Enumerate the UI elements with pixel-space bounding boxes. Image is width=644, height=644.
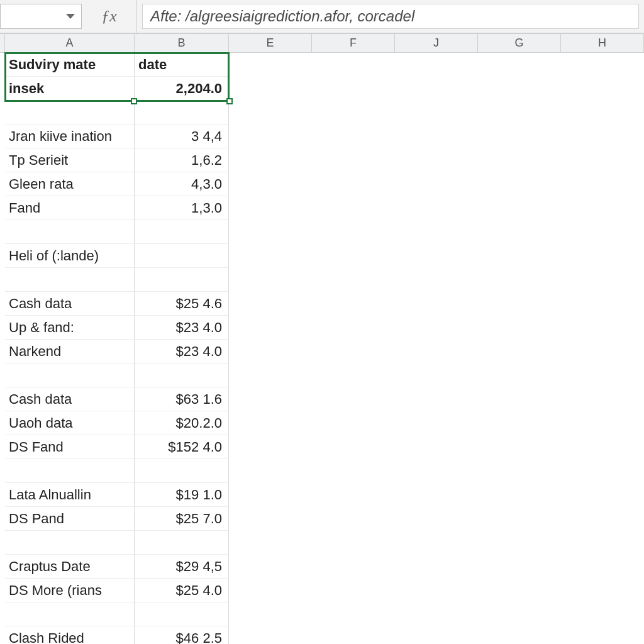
- cell-a1[interactable]: Sudviry mate: [5, 53, 135, 77]
- cell[interactable]: [135, 602, 229, 626]
- column-header-e[interactable]: E: [229, 34, 312, 52]
- formula-input[interactable]: Afte: /algreesiaigrediction.afor, corcad…: [142, 4, 639, 29]
- cell[interactable]: [135, 531, 229, 555]
- cell-b1[interactable]: date: [135, 53, 229, 77]
- cell[interactable]: DS More (rians: [5, 579, 135, 602]
- cell[interactable]: [5, 364, 135, 387]
- cell[interactable]: [5, 101, 135, 125]
- cell[interactable]: Tp Serieit: [5, 148, 135, 172]
- cell[interactable]: Up & fand:: [5, 316, 135, 340]
- cell[interactable]: Craptus Date: [5, 555, 135, 579]
- cell[interactable]: 1,6.2: [135, 148, 229, 172]
- worksheet-grid[interactable]: Sudviry mate insek Jran kiive ination Tp…: [0, 53, 644, 644]
- empty-grid-area[interactable]: [229, 53, 644, 644]
- name-box[interactable]: [0, 4, 82, 29]
- column-header-g[interactable]: G: [478, 34, 561, 52]
- cell[interactable]: [135, 101, 229, 125]
- cell[interactable]: [5, 268, 135, 292]
- cell[interactable]: Uaoh data: [5, 411, 135, 435]
- column-a: Sudviry mate insek Jran kiive ination Tp…: [5, 53, 135, 644]
- cell[interactable]: $19 1.0: [135, 483, 229, 507]
- cell[interactable]: $23 4.0: [135, 316, 229, 340]
- column-header-f[interactable]: F: [312, 34, 395, 52]
- column-header-a[interactable]: A: [5, 34, 135, 52]
- column-header-row: A B E F J G H: [0, 34, 644, 53]
- chevron-down-icon: [66, 14, 75, 19]
- column-header-h[interactable]: H: [561, 34, 644, 52]
- cell[interactable]: $29 4,5: [135, 555, 229, 579]
- column-b: date 2,204.0 3 4,4 1,6.2 4,3.0 1,3.0 $25…: [135, 53, 229, 644]
- cell[interactable]: $20.2.0: [135, 411, 229, 435]
- cell[interactable]: [135, 268, 229, 292]
- cell[interactable]: Gleen rata: [5, 172, 135, 196]
- cell[interactable]: Narkend: [5, 340, 135, 364]
- cell[interactable]: DS Pand: [5, 507, 135, 531]
- cell[interactable]: [135, 220, 229, 244]
- cell[interactable]: [5, 220, 135, 244]
- cell[interactable]: DS Fand: [5, 435, 135, 459]
- cell[interactable]: [5, 602, 135, 626]
- cell-b2[interactable]: 2,204.0: [135, 77, 229, 101]
- cell[interactable]: $25 4.6: [135, 292, 229, 316]
- fx-icon[interactable]: ƒx: [82, 0, 137, 33]
- cell[interactable]: [5, 531, 135, 555]
- formula-bar: ƒx Afte: /algreesiaigrediction.afor, cor…: [0, 0, 644, 34]
- cell[interactable]: [135, 244, 229, 268]
- cell[interactable]: $63 1.6: [135, 387, 229, 411]
- cell[interactable]: $152 4.0: [135, 435, 229, 459]
- cell[interactable]: 4,3.0: [135, 172, 229, 196]
- cell[interactable]: $25 7.0: [135, 507, 229, 531]
- cell[interactable]: Cash data: [5, 387, 135, 411]
- cell[interactable]: [135, 459, 229, 483]
- column-header-b[interactable]: B: [135, 34, 229, 52]
- cell[interactable]: [135, 364, 229, 387]
- cell[interactable]: Jran kiive ination: [5, 125, 135, 148]
- cell[interactable]: Cash data: [5, 292, 135, 316]
- selection-handle[interactable]: [226, 98, 233, 104]
- cell[interactable]: $23 4.0: [135, 340, 229, 364]
- cell[interactable]: Fand: [5, 196, 135, 220]
- selection-handle[interactable]: [131, 98, 137, 104]
- cell-a2[interactable]: insek: [5, 77, 135, 101]
- cell[interactable]: [5, 459, 135, 483]
- cell[interactable]: 3 4,4: [135, 125, 229, 148]
- cell[interactable]: Lata Alnuallin: [5, 483, 135, 507]
- column-header-j[interactable]: J: [395, 34, 478, 52]
- cell[interactable]: 1,3.0: [135, 196, 229, 220]
- cell[interactable]: $46 2.5: [135, 626, 229, 644]
- cell[interactable]: $25 4.0: [135, 579, 229, 602]
- cell[interactable]: Clash Rided: [5, 626, 135, 644]
- cell[interactable]: Heli of (:lande): [5, 244, 135, 268]
